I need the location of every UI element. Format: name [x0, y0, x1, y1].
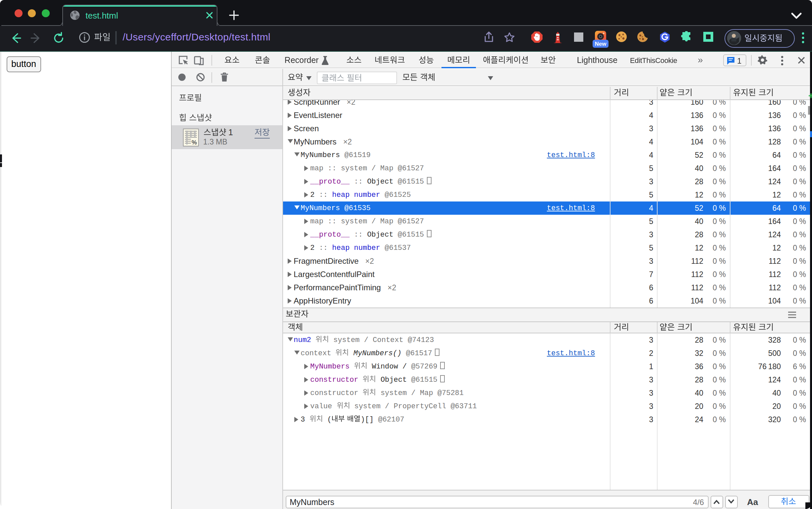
svg-text:%: % [191, 139, 197, 145]
